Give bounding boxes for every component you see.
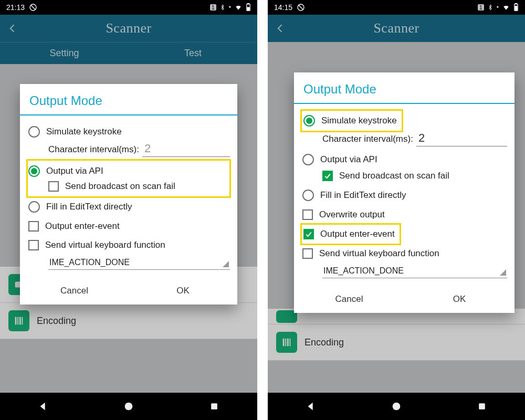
clock-text: 21:13 — [6, 3, 25, 12]
checkbox-send-broadcast[interactable]: Send broadcast on scan fail — [27, 181, 230, 196]
cancel-button[interactable]: Cancel — [20, 277, 129, 304]
nav-home-button[interactable] — [381, 396, 412, 417]
radio-label: Fill in EditText directly — [46, 202, 229, 212]
page-title: Scanner — [293, 20, 500, 36]
bluetooth-icon — [487, 3, 494, 12]
ok-button[interactable]: OK — [129, 277, 237, 304]
svg-line-13 — [299, 5, 303, 9]
character-interval-field[interactable]: Character interval(ms): 2 — [301, 131, 507, 150]
app-header: Scanner — [0, 15, 257, 42]
nav-recent-button[interactable] — [198, 396, 230, 417]
radio-output-via-api[interactable]: Output via API — [301, 150, 507, 170]
back-button[interactable] — [268, 21, 293, 36]
tab-test[interactable]: Test — [129, 43, 257, 64]
phone-left: 21:13 1 • Scanner Setting Test — [0, 0, 257, 420]
radio-icon — [28, 201, 40, 213]
app-body: Scanner Encoding Output Mode Simulate ke… — [268, 15, 525, 393]
bluetooth-icon — [219, 3, 226, 12]
checkbox-virtual-keyboard[interactable]: Send virtual keyboard function — [301, 244, 507, 263]
output-mode-dialog: Output Mode Simulate keystroke Character… — [294, 72, 514, 313]
page-title: Scanner — [25, 20, 232, 36]
checkbox-icon — [28, 240, 39, 250]
radio-label: Output via API — [320, 154, 506, 165]
battery-icon — [246, 3, 251, 12]
dialog-buttons: Cancel OK — [294, 286, 514, 313]
dialog-buttons: Cancel OK — [20, 277, 237, 304]
dropdown-value: IME_ACTION_DONE — [323, 266, 404, 276]
interval-value[interactable]: 2 — [142, 142, 230, 157]
svg-rect-4 — [247, 7, 249, 10]
nav-back-button[interactable] — [27, 396, 59, 417]
status-bar: 21:13 1 • — [0, 0, 257, 15]
back-button[interactable] — [0, 21, 25, 36]
checkbox-label: Output enter-event — [45, 221, 229, 232]
ime-action-dropdown[interactable]: IME_ACTION_DONE — [27, 257, 230, 270]
do-not-disturb-icon — [297, 3, 305, 12]
radio-simulate-keystroke[interactable]: Simulate keystroke — [302, 111, 401, 131]
radio-label: Simulate keystroke — [46, 127, 229, 137]
svg-rect-3 — [247, 3, 249, 4]
dot-icon: • — [497, 4, 499, 11]
dialog-divider — [20, 114, 237, 116]
radio-output-via-api[interactable]: Output via API — [27, 161, 230, 181]
tabs: Setting Test — [0, 42, 257, 64]
list-item[interactable]: Encoding — [0, 303, 257, 339]
app-body: Scanner Setting Test Good Read Indicator… — [0, 15, 257, 393]
navigation-bar — [268, 393, 525, 420]
clock-text: 14:15 — [274, 3, 292, 12]
radio-label: Fill in EditText directly — [320, 190, 506, 201]
svg-point-10 — [125, 403, 133, 411]
checkbox-icon — [322, 171, 333, 181]
checkbox-label: Send broadcast on scan fail — [339, 171, 506, 181]
cancel-button[interactable]: Cancel — [294, 286, 404, 313]
interval-value[interactable]: 2 — [416, 131, 507, 146]
checkbox-icon — [302, 248, 313, 259]
interval-label: Character interval(ms): — [48, 144, 139, 157]
radio-icon — [28, 126, 40, 138]
tab-setting[interactable]: Setting — [0, 43, 129, 64]
radio-fill-edittext[interactable]: Fill in EditText directly — [301, 185, 507, 205]
wifi-icon — [502, 4, 510, 11]
dropdown-triangle-icon — [223, 261, 229, 267]
svg-rect-18 — [285, 339, 286, 346]
checkbox-output-enter-event[interactable]: Output enter-event — [27, 217, 230, 236]
radio-icon — [302, 190, 314, 201]
radio-simulate-keystroke[interactable]: Simulate keystroke — [27, 122, 230, 142]
wifi-icon — [234, 4, 243, 11]
character-interval-field[interactable]: Character interval(ms): 2 — [27, 142, 230, 160]
highlight-enter-event: Output enter-event — [301, 224, 400, 244]
checkbox-icon — [48, 181, 59, 192]
svg-line-1 — [31, 5, 35, 9]
checkbox-send-broadcast[interactable]: Send broadcast on scan fail — [301, 170, 507, 185]
output-mode-dialog: Output Mode Simulate keystroke Character… — [20, 84, 237, 304]
nav-home-button[interactable] — [113, 396, 144, 417]
checkbox-virtual-keyboard[interactable]: Send virtual keyboard function — [27, 236, 230, 255]
list-item[interactable]: Encoding — [268, 324, 525, 361]
checkbox-overwrite-output[interactable]: Overwrite output — [301, 205, 507, 224]
encoding-icon — [8, 310, 29, 331]
svg-rect-20 — [290, 339, 291, 346]
nav-recent-button[interactable] — [466, 396, 498, 417]
checkbox-icon — [303, 229, 314, 239]
radio-fill-edittext[interactable]: Fill in EditText directly — [27, 197, 230, 217]
svg-rect-17 — [283, 339, 285, 346]
checkbox-icon — [28, 221, 39, 232]
svg-rect-16 — [515, 6, 517, 10]
svg-rect-7 — [17, 317, 18, 325]
ok-button[interactable]: OK — [404, 286, 514, 313]
ime-action-dropdown[interactable]: IME_ACTION_DONE — [301, 265, 507, 278]
svg-rect-8 — [19, 317, 21, 325]
dropdown-value: IME_ACTION_DONE — [49, 258, 130, 267]
radio-icon — [28, 165, 40, 177]
dialog-title: Output Mode — [20, 84, 237, 114]
dialog-divider — [294, 103, 514, 104]
svg-rect-11 — [211, 403, 217, 410]
radio-icon — [302, 154, 314, 165]
radio-label: Simulate keystroke — [321, 116, 397, 126]
checkbox-output-enter-event[interactable]: Output enter-event — [302, 225, 399, 244]
background-list: Encoding — [268, 309, 525, 361]
checkbox-label: Send virtual keyboard function — [45, 240, 229, 250]
nav-back-button[interactable] — [295, 396, 327, 417]
app-header: Scanner — [268, 15, 525, 42]
svg-rect-9 — [22, 317, 23, 325]
